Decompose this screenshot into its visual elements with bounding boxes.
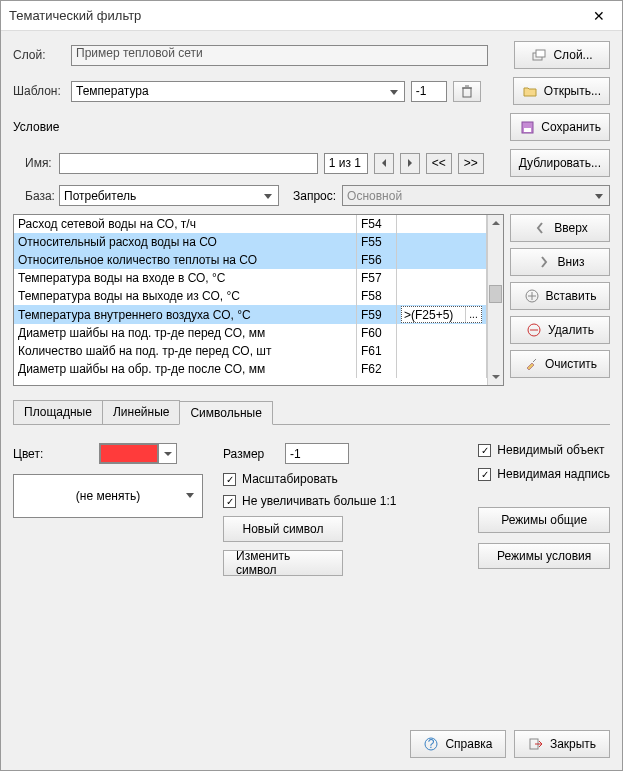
table-row[interactable]: Температура воды на входе в СО, °СF57 [14, 269, 487, 287]
layers-icon [531, 47, 547, 63]
close-icon[interactable]: ✕ [584, 1, 614, 31]
save-button[interactable]: Сохранить [510, 113, 610, 141]
folder-open-icon [522, 83, 538, 99]
shared-modes-button[interactable]: Режимы общие [478, 507, 610, 533]
field-code-cell: F59 [357, 305, 397, 324]
help-icon: ? [423, 736, 439, 752]
new-symbol-button[interactable]: Новый символ [223, 516, 343, 542]
field-value-cell[interactable] [397, 215, 487, 233]
checkbox-icon: ✓ [478, 444, 491, 457]
field-name-cell: Температура воды на входе в СО, °С [14, 269, 357, 287]
tab-symbol[interactable]: Символьные [179, 401, 272, 425]
field-name-cell: Количество шайб на под. тр-де перед СО, … [14, 342, 357, 360]
delete-template-button[interactable] [453, 81, 481, 102]
minus-circle-icon [526, 322, 542, 338]
titlebar: Тематический фильтр ✕ [1, 1, 622, 31]
down-button[interactable]: Вниз [510, 248, 610, 276]
table-scrollbar[interactable] [487, 215, 503, 385]
svg-rect-6 [524, 128, 531, 132]
symbol-select[interactable]: (не менять) [13, 474, 203, 518]
scroll-up-icon[interactable] [488, 215, 503, 231]
field-code-cell: F57 [357, 269, 397, 287]
field-name-cell: Температура воды на выходе из СО, °С [14, 287, 357, 305]
checkbox-icon: ✓ [223, 473, 236, 486]
table-row[interactable]: Количество шайб на под. тр-де перед СО, … [14, 342, 487, 360]
field-name-cell: Расход сетевой воды на СО, т/ч [14, 215, 357, 233]
nav-first-button[interactable]: << [426, 153, 452, 174]
trash-icon [459, 83, 475, 99]
scale-checkbox[interactable]: ✓Масштабировать [223, 472, 396, 486]
window-title: Тематический фильтр [9, 8, 584, 23]
field-name-cell: Относительный расход воды на СО [14, 233, 357, 251]
chevron-left-icon [532, 220, 548, 236]
clear-button[interactable]: Очистить [510, 350, 610, 378]
fields-table[interactable]: Расход сетевой воды на СО, т/чF54Относит… [13, 214, 504, 386]
color-swatch [100, 444, 158, 463]
field-name-cell: Диаметр шайбы на обр. тр-де после СО, мм [14, 360, 357, 378]
nav-last-button[interactable]: >> [458, 153, 484, 174]
template-label: Шаблон: [13, 84, 65, 98]
edit-symbol-button[interactable]: Изменить символ [223, 550, 343, 576]
exit-icon [528, 736, 544, 752]
table-row[interactable]: Относительное количество теплоты на СОF5… [14, 251, 487, 269]
size-input[interactable] [285, 443, 349, 464]
close-button[interactable]: Закрыть [514, 730, 610, 758]
tab-line[interactable]: Линейные [102, 400, 181, 424]
field-value-cell[interactable]: >(F25+5)... [397, 305, 487, 324]
delete-row-button[interactable]: Удалить [510, 316, 610, 344]
tab-area[interactable]: Площадные [13, 400, 103, 424]
base-select[interactable]: Потребитель [59, 185, 279, 206]
table-row[interactable]: Относительный расход воды на СОF55 [14, 233, 487, 251]
field-value-cell[interactable] [397, 269, 487, 287]
plus-circle-icon [524, 288, 540, 304]
checkbox-icon: ✓ [223, 495, 236, 508]
checkbox-icon: ✓ [478, 468, 491, 481]
tabs: Площадные Линейные Символьные [13, 400, 610, 425]
field-name-cell: Относительное количество теплоты на СО [14, 251, 357, 269]
condition-modes-button[interactable]: Режимы условия [478, 543, 610, 569]
table-row[interactable]: Расход сетевой воды на СО, т/чF54 [14, 215, 487, 233]
field-value-cell[interactable] [397, 251, 487, 269]
ellipsis-button[interactable]: ... [465, 307, 481, 322]
field-value-cell[interactable] [397, 324, 487, 342]
invisible-label-checkbox[interactable]: ✓Невидимая надпись [478, 467, 610, 481]
table-row[interactable]: Температура внутреннего воздуха СО, °СF5… [14, 305, 487, 324]
layer-button[interactable]: Слой... [514, 41, 610, 69]
field-code-cell: F61 [357, 342, 397, 360]
table-row[interactable]: Диаметр шайбы на под. тр-де перед СО, мм… [14, 324, 487, 342]
field-value-cell[interactable] [397, 287, 487, 305]
field-code-cell: F62 [357, 360, 397, 378]
field-value-cell[interactable] [397, 360, 487, 378]
value-edit-cell[interactable]: >(F25+5)... [401, 306, 482, 323]
duplicate-button[interactable]: Дублировать... [510, 149, 610, 177]
query-label: Запрос: [293, 189, 336, 203]
query-select: Основной [342, 185, 610, 206]
field-value-cell[interactable] [397, 233, 487, 251]
nav-prev-button[interactable] [374, 153, 394, 174]
color-select[interactable] [99, 443, 177, 464]
table-row[interactable]: Температура воды на выходе из СО, °СF58 [14, 287, 487, 305]
field-code-cell: F55 [357, 233, 397, 251]
svg-rect-2 [463, 88, 471, 97]
template-number-input[interactable] [411, 81, 447, 102]
scroll-thumb[interactable] [489, 285, 502, 303]
svg-text:?: ? [428, 737, 435, 751]
up-button[interactable]: Вверх [510, 214, 610, 242]
open-button[interactable]: Открыть... [513, 77, 610, 105]
nav-next-button[interactable] [400, 153, 420, 174]
invisible-object-checkbox[interactable]: ✓Невидимый объект [478, 443, 610, 457]
table-row[interactable]: Диаметр шайбы на обр. тр-де после СО, мм… [14, 360, 487, 378]
name-input[interactable] [59, 153, 318, 174]
scroll-down-icon[interactable] [488, 369, 503, 385]
template-select[interactable]: Температура [71, 81, 405, 102]
field-value-cell[interactable] [397, 342, 487, 360]
svg-line-12 [533, 359, 536, 362]
field-name-cell: Диаметр шайбы на под. тр-де перед СО, мм [14, 324, 357, 342]
insert-button[interactable]: Вставить [510, 282, 610, 310]
field-code-cell: F54 [357, 215, 397, 233]
field-code-cell: F60 [357, 324, 397, 342]
nav-counter[interactable] [324, 153, 368, 174]
nogrow-checkbox[interactable]: ✓Не увеличивать больше 1:1 [223, 494, 396, 508]
help-button[interactable]: ? Справка [410, 730, 506, 758]
field-name-cell: Температура внутреннего воздуха СО, °С [14, 305, 357, 324]
